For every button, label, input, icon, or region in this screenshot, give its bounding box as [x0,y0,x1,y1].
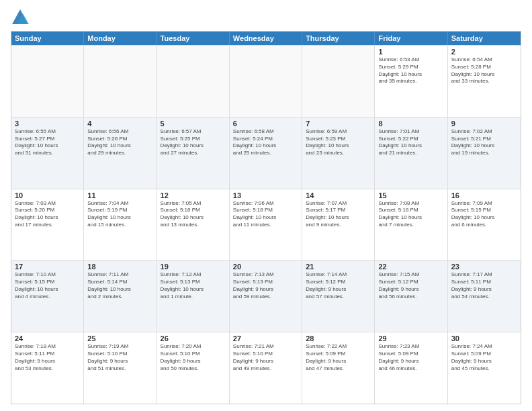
calendar-header: SundayMondayTuesdayWednesdayThursdayFrid… [11,32,521,45]
page: SundayMondayTuesdayWednesdayThursdayFrid… [0,0,532,411]
weekday-header-thursday: Thursday [302,32,375,45]
day-number: 9 [451,120,517,128]
day-info: Sunrise: 7:07 AM Sunset: 5:17 PM Dayligh… [306,200,371,229]
day-number: 12 [161,191,226,199]
day-info: Sunrise: 6:57 AM Sunset: 5:25 PM Dayligh… [161,128,226,157]
day-number: 30 [451,334,517,342]
day-number: 11 [87,191,152,199]
day-info: Sunrise: 7:08 AM Sunset: 5:16 PM Dayligh… [378,200,443,229]
day-info: Sunrise: 7:06 AM Sunset: 5:18 PM Dayligh… [233,200,298,229]
day-number: 18 [87,263,152,271]
day-cell-25: 25Sunrise: 7:19 AM Sunset: 5:10 PM Dayli… [84,332,157,404]
logo [11,8,32,27]
day-cell-9: 9Sunrise: 7:02 AM Sunset: 5:21 PM Daylig… [448,118,521,189]
day-info: Sunrise: 7:22 AM Sunset: 5:09 PM Dayligh… [306,343,371,372]
day-cell-5: 5Sunrise: 6:57 AM Sunset: 5:25 PM Daylig… [157,118,230,189]
day-number: 17 [15,263,80,271]
day-cell-3: 3Sunrise: 6:55 AM Sunset: 5:27 PM Daylig… [11,118,84,189]
day-number: 1 [378,48,443,56]
day-cell-1: 1Sunrise: 6:53 AM Sunset: 5:29 PM Daylig… [375,46,447,117]
day-number: 14 [306,191,371,199]
day-info: Sunrise: 7:11 AM Sunset: 5:14 PM Dayligh… [87,271,152,300]
day-cell-2: 2Sunrise: 6:54 AM Sunset: 5:28 PM Daylig… [448,46,521,117]
day-cell-22: 22Sunrise: 7:15 AM Sunset: 5:12 PM Dayli… [375,261,447,332]
empty-cell [302,46,375,117]
day-cell-19: 19Sunrise: 7:12 AM Sunset: 5:13 PM Dayli… [157,261,230,332]
day-cell-12: 12Sunrise: 7:05 AM Sunset: 5:18 PM Dayli… [157,189,230,261]
day-info: Sunrise: 6:59 AM Sunset: 5:23 PM Dayligh… [306,128,371,157]
weekday-header-wednesday: Wednesday [230,32,302,45]
logo-icon [11,8,30,27]
day-info: Sunrise: 6:55 AM Sunset: 5:27 PM Dayligh… [15,128,80,157]
day-info: Sunrise: 6:53 AM Sunset: 5:29 PM Dayligh… [378,56,443,85]
day-cell-14: 14Sunrise: 7:07 AM Sunset: 5:17 PM Dayli… [302,189,375,261]
day-info: Sunrise: 7:13 AM Sunset: 5:13 PM Dayligh… [233,271,298,300]
day-cell-20: 20Sunrise: 7:13 AM Sunset: 5:13 PM Dayli… [230,261,302,332]
day-cell-13: 13Sunrise: 7:06 AM Sunset: 5:18 PM Dayli… [230,189,302,261]
day-cell-21: 21Sunrise: 7:14 AM Sunset: 5:12 PM Dayli… [302,261,375,332]
day-info: Sunrise: 7:02 AM Sunset: 5:21 PM Dayligh… [451,128,517,157]
day-number: 21 [306,263,371,271]
day-cell-7: 7Sunrise: 6:59 AM Sunset: 5:23 PM Daylig… [302,118,375,189]
day-cell-24: 24Sunrise: 7:18 AM Sunset: 5:11 PM Dayli… [11,332,84,404]
day-info: Sunrise: 7:23 AM Sunset: 5:09 PM Dayligh… [378,343,443,372]
day-info: Sunrise: 7:14 AM Sunset: 5:12 PM Dayligh… [306,271,371,300]
day-number: 2 [451,48,517,56]
day-number: 29 [378,334,443,342]
day-cell-18: 18Sunrise: 7:11 AM Sunset: 5:14 PM Dayli… [84,261,157,332]
empty-cell [157,46,230,117]
calendar-row-5: 24Sunrise: 7:18 AM Sunset: 5:11 PM Dayli… [11,332,521,404]
calendar-row-3: 10Sunrise: 7:03 AM Sunset: 5:20 PM Dayli… [11,189,521,261]
day-info: Sunrise: 7:09 AM Sunset: 5:15 PM Dayligh… [451,200,517,229]
day-cell-28: 28Sunrise: 7:22 AM Sunset: 5:09 PM Dayli… [302,332,375,404]
day-info: Sunrise: 7:10 AM Sunset: 5:15 PM Dayligh… [15,271,80,300]
day-info: Sunrise: 6:54 AM Sunset: 5:28 PM Dayligh… [451,56,517,85]
weekday-header-friday: Friday [375,32,447,45]
day-cell-8: 8Sunrise: 7:01 AM Sunset: 5:22 PM Daylig… [375,118,447,189]
day-info: Sunrise: 6:56 AM Sunset: 5:26 PM Dayligh… [87,128,152,157]
day-cell-30: 30Sunrise: 7:24 AM Sunset: 5:09 PM Dayli… [448,332,521,404]
day-number: 19 [161,263,226,271]
day-number: 25 [87,334,152,342]
day-number: 28 [306,334,371,342]
day-info: Sunrise: 7:05 AM Sunset: 5:18 PM Dayligh… [161,200,226,229]
day-info: Sunrise: 7:03 AM Sunset: 5:20 PM Dayligh… [15,200,80,229]
empty-cell [84,46,157,117]
weekday-header-saturday: Saturday [448,32,521,45]
day-info: Sunrise: 7:12 AM Sunset: 5:13 PM Dayligh… [161,271,226,300]
day-cell-11: 11Sunrise: 7:04 AM Sunset: 5:19 PM Dayli… [84,189,157,261]
day-cell-10: 10Sunrise: 7:03 AM Sunset: 5:20 PM Dayli… [11,189,84,261]
day-number: 16 [451,191,517,199]
day-number: 20 [233,263,298,271]
weekday-header-sunday: Sunday [11,32,84,45]
day-number: 23 [451,263,517,271]
day-number: 8 [378,120,443,128]
header [11,8,521,27]
day-number: 27 [233,334,298,342]
day-cell-23: 23Sunrise: 7:17 AM Sunset: 5:11 PM Dayli… [448,261,521,332]
day-info: Sunrise: 7:17 AM Sunset: 5:11 PM Dayligh… [451,271,517,300]
weekday-header-tuesday: Tuesday [157,32,230,45]
day-number: 10 [15,191,80,199]
day-cell-26: 26Sunrise: 7:20 AM Sunset: 5:10 PM Dayli… [157,332,230,404]
day-info: Sunrise: 7:01 AM Sunset: 5:22 PM Dayligh… [378,128,443,157]
day-number: 13 [233,191,298,199]
day-number: 22 [378,263,443,271]
empty-cell [11,46,84,117]
day-number: 7 [306,120,371,128]
day-info: Sunrise: 7:18 AM Sunset: 5:11 PM Dayligh… [15,343,80,372]
day-info: Sunrise: 7:19 AM Sunset: 5:10 PM Dayligh… [87,343,152,372]
day-cell-4: 4Sunrise: 6:56 AM Sunset: 5:26 PM Daylig… [84,118,157,189]
calendar-row-2: 3Sunrise: 6:55 AM Sunset: 5:27 PM Daylig… [11,117,521,189]
day-cell-16: 16Sunrise: 7:09 AM Sunset: 5:15 PM Dayli… [448,189,521,261]
day-number: 4 [87,120,152,128]
day-number: 15 [378,191,443,199]
day-info: Sunrise: 7:21 AM Sunset: 5:10 PM Dayligh… [233,343,298,372]
calendar-row-1: 1Sunrise: 6:53 AM Sunset: 5:29 PM Daylig… [11,45,521,117]
day-number: 6 [233,120,298,128]
day-info: Sunrise: 7:04 AM Sunset: 5:19 PM Dayligh… [87,200,152,229]
day-number: 24 [15,334,80,342]
day-cell-29: 29Sunrise: 7:23 AM Sunset: 5:09 PM Dayli… [375,332,447,404]
day-info: Sunrise: 7:24 AM Sunset: 5:09 PM Dayligh… [451,343,517,372]
day-cell-27: 27Sunrise: 7:21 AM Sunset: 5:10 PM Dayli… [230,332,302,404]
